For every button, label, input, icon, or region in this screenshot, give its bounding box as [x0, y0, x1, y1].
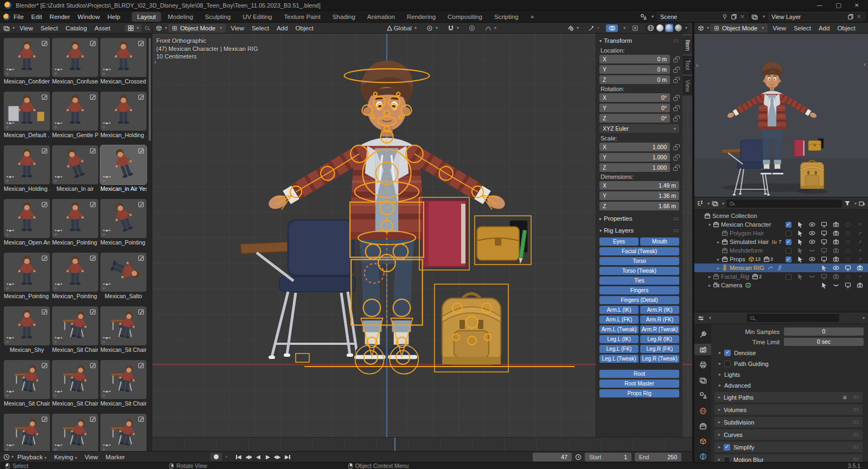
- scene-selector[interactable]: Scene ×: [657, 12, 748, 21]
- menu-top-help[interactable]: Help: [104, 13, 124, 21]
- edit-asset-icon[interactable]: [138, 309, 144, 315]
- disable-viewport-toggle[interactable]: [821, 256, 827, 262]
- edit-asset-icon[interactable]: [41, 201, 48, 208]
- outliner-search-input[interactable]: [726, 200, 842, 208]
- rig-layer-button-leg-l-tweak-[interactable]: Leg.L (Tweak): [599, 355, 639, 363]
- menu-viewport-object[interactable]: Object: [291, 24, 317, 32]
- asset-item[interactable]: ✦▬✦◇: [100, 414, 146, 451]
- edit-asset-icon[interactable]: [90, 362, 96, 369]
- rig-layer-button-arm-r-tweak-[interactable]: Arm.R (Tweak): [640, 325, 679, 333]
- add-workspace-button[interactable]: +: [525, 12, 540, 22]
- rotation-mode-dropdown[interactable]: XYZ Euler▾: [599, 124, 679, 133]
- menu-preview-add[interactable]: Add: [815, 24, 833, 32]
- sidebar-tab-item[interactable]: Item: [682, 36, 692, 54]
- rig-layer-button-leg-l-ik-[interactable]: Leg.L (IK): [599, 335, 639, 343]
- asset-item-mexican-sit-chair-[interactable]: ✦▬✦◇Mexican_Sit Chair...: [4, 360, 50, 407]
- disable-viewport-toggle[interactable]: [821, 221, 827, 228]
- checkbox[interactable]: ✓: [724, 444, 730, 451]
- edit-asset-icon[interactable]: [41, 147, 48, 154]
- hide-viewport-toggle[interactable]: [809, 230, 815, 236]
- rotation-x-field[interactable]: X0°: [599, 93, 670, 102]
- workspace-tab-shading[interactable]: Shading: [327, 12, 361, 22]
- frame-end-field[interactable]: End250: [635, 453, 681, 461]
- sidebar-tab-tool[interactable]: Tool: [682, 56, 692, 74]
- properties-panel-light-paths[interactable]: ▸Light Paths≣: [714, 392, 863, 402]
- rig-layer-button-props-rig[interactable]: Props Rig: [599, 389, 679, 397]
- asset-item-mexican-sit-chair-[interactable]: ✦▬✦◇Mexican_Sit Chair...: [52, 360, 98, 407]
- rig-layer-button-ties[interactable]: Ties: [599, 277, 679, 285]
- property-toggle-advanced[interactable]: ▸Advanced: [719, 381, 864, 390]
- play-button[interactable]: ▶: [264, 453, 272, 461]
- properties-tab-collection[interactable]: [694, 420, 711, 432]
- dimension-z-field[interactable]: Z1.66 m: [599, 202, 679, 210]
- menu-top-edit[interactable]: Edit: [28, 13, 46, 21]
- book-object[interactable]: [423, 201, 466, 267]
- edit-asset-icon[interactable]: [138, 201, 144, 208]
- current-frame-field[interactable]: 47: [533, 453, 572, 461]
- properties-panel-motion-blur[interactable]: ▸Motion Blur: [714, 454, 863, 462]
- workspace-tab-texture-paint[interactable]: Texture Paint: [279, 12, 326, 22]
- workspace-tab-rendering[interactable]: Rendering: [401, 12, 441, 22]
- use-preview-range-icon[interactable]: [575, 454, 582, 460]
- asset-item-mexican-shy[interactable]: ✦▬✦◇Mexican_Shy: [4, 306, 50, 354]
- lock-icon[interactable]: [672, 95, 679, 101]
- minimize-button[interactable]: —: [816, 2, 822, 9]
- properties-panel-volumes[interactable]: ▸Volumes: [714, 404, 863, 415]
- rig-layer-button-root-master[interactable]: Root Master: [599, 380, 679, 388]
- property-toggle-path-guiding[interactable]: ▸Path Guiding: [719, 359, 864, 368]
- scale-z-field[interactable]: Z1.000: [599, 163, 670, 172]
- lock-icon[interactable]: [672, 144, 679, 150]
- unlink-scene-icon[interactable]: ×: [740, 13, 745, 20]
- hide-viewport-toggle[interactable]: [809, 239, 815, 245]
- chair-object[interactable]: [240, 220, 361, 359]
- asset-item-mexican-sit-chair-1[interactable]: ✦▬✦◇Mexican_Sit Chair 1: [52, 306, 98, 354]
- overlays-toggle[interactable]: [606, 24, 618, 32]
- edit-asset-icon[interactable]: [41, 94, 48, 100]
- edit-asset-icon[interactable]: [90, 94, 96, 100]
- rig-layer-button-leg-l-fk-[interactable]: Leg.L (FK): [599, 345, 639, 353]
- toolbar-expand-arrow[interactable]: ›: [154, 59, 156, 66]
- rig-layer-button-mouth[interactable]: Mouth: [640, 237, 679, 246]
- menu-asset-catalog[interactable]: Catalog: [62, 24, 91, 32]
- asset-item-mexican-pointing-[interactable]: ✦▬✦◇Mexican_Pointing ...: [52, 253, 98, 300]
- new-scene-icon[interactable]: [731, 14, 737, 20]
- close-button[interactable]: ×: [854, 2, 859, 9]
- menu-top-render[interactable]: Render: [46, 13, 74, 21]
- lock-icon[interactable]: [672, 56, 679, 62]
- edit-asset-icon[interactable]: [90, 201, 96, 208]
- lock-icon[interactable]: [672, 115, 679, 121]
- workspace-tab-layout[interactable]: Layout: [132, 12, 162, 22]
- edit-asset-icon[interactable]: [41, 416, 48, 422]
- expand-toggle[interactable]: ▾: [706, 222, 713, 227]
- shading-wireframe[interactable]: [647, 24, 655, 32]
- rig-layer-button-arm-l-fk-[interactable]: Arm.L (FK): [599, 316, 639, 324]
- hide-viewport-toggle[interactable]: [809, 221, 815, 228]
- checkbox[interactable]: ✓: [786, 239, 792, 245]
- asset-item-mexican-in-air-yess[interactable]: ✦▬✦◇Mexican_in Air Yess: [100, 145, 146, 192]
- view-layer-icon[interactable]: [751, 14, 758, 20]
- asset-item-mexican-sit-chair-[interactable]: ✦▬✦◇Mexican_Sit Chair...: [100, 306, 146, 354]
- timeline-editor-icon[interactable]: [3, 454, 10, 460]
- maximize-button[interactable]: ▢: [835, 2, 841, 9]
- asset-item-mexican-default-[interactable]: ✦▬✦◇Mexican_Default ...: [4, 92, 50, 139]
- lock-icon[interactable]: [672, 165, 679, 171]
- asset-item-mexican-pointing-[interactable]: ✦▬✦◇Mexican_Pointing ...: [52, 199, 98, 246]
- outliner-row-mexican-rig[interactable]: ▸Mexican RIG: [694, 264, 868, 272]
- edit-asset-icon[interactable]: [90, 309, 96, 315]
- selectable-toggle[interactable]: [797, 221, 803, 228]
- selectable-toggle[interactable]: [797, 273, 803, 280]
- transform-orientation-dropdown[interactable]: Global▾: [384, 24, 419, 32]
- asset-item-mexican-holding-[interactable]: ✦▬✦◇Mexican_Holding ...: [4, 145, 50, 192]
- edit-asset-icon[interactable]: [41, 362, 48, 369]
- transform-panel-header[interactable]: ▾ Transform: [599, 36, 679, 46]
- asset-item-mexican-gentle-p-[interactable]: ✦▬✦◇Mexican_Gentle P...: [52, 92, 98, 139]
- properties-tab-physics[interactable]: [694, 451, 711, 462]
- asset-item-mexican-confused[interactable]: ✦▬✦◇Mexican_Confused: [52, 38, 98, 85]
- snap-toggle[interactable]: ▾: [445, 24, 462, 32]
- rig-layer-button-leg-r-tweak-[interactable]: Leg.R (Tweak): [640, 355, 679, 363]
- outliner-row-camera[interactable]: ▸Camera: [694, 281, 868, 290]
- timeline-playhead[interactable]: [394, 438, 395, 451]
- preview-viewport[interactable]: › ‹: [694, 34, 868, 197]
- selectable-toggle[interactable]: [797, 247, 803, 254]
- shading-material-preview[interactable]: [665, 24, 673, 32]
